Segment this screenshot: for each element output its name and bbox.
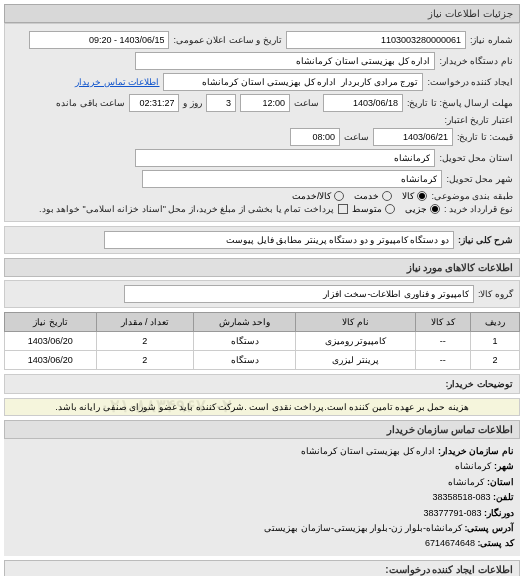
- days-label: روز و: [183, 98, 202, 108]
- th-qty: تعداد / مقدار: [96, 313, 193, 332]
- radio-icon: [382, 191, 392, 201]
- requester-input[interactable]: [163, 73, 423, 91]
- contact-section-title: اطلاعات تماس سازمان خریدار: [4, 420, 520, 439]
- remaining-input[interactable]: [129, 94, 179, 112]
- deadline-label: مهلت ارسال پاسخ: تا تاریخ:: [407, 98, 513, 108]
- c-address-label: آدرس پستی:: [465, 523, 515, 533]
- form-area: شماره نیاز: تاریخ و ساعت اعلان عمومی: نا…: [4, 23, 520, 222]
- public-date-input[interactable]: [29, 31, 169, 49]
- th-row: ردیف: [470, 313, 519, 332]
- requester-label: ایجاد کننده درخواست:: [427, 77, 513, 87]
- radio-icon: [334, 191, 344, 201]
- topic-mixed-radio[interactable]: کالا/خدمت: [292, 191, 345, 201]
- th-code: کد کالا: [415, 313, 470, 332]
- c-org-label: نام سازمان خریدار:: [438, 446, 514, 456]
- c-fax-label: دورنگار:: [484, 508, 514, 518]
- topic-radio-group: کالا خدمت کالا/خدمت: [292, 191, 428, 201]
- th-date: تاریخ نیاز: [5, 313, 97, 332]
- city-label: شهر محل تحویل:: [446, 174, 513, 184]
- deadline-date-input[interactable]: [323, 94, 403, 112]
- table-cell: 1: [470, 332, 519, 351]
- items-section-title: اطلاعات کالاهای مورد نیاز: [4, 258, 520, 277]
- contract-partial-text: جزیی: [405, 204, 427, 214]
- need-number-input[interactable]: [286, 31, 466, 49]
- time-label-1: ساعت: [294, 98, 319, 108]
- c-city: کرمانشاه: [448, 477, 484, 487]
- public-date-label: تاریخ و ساعت اعلان عمومی:: [173, 35, 282, 45]
- topic-mixed-text: کالا/خدمت: [292, 191, 332, 201]
- summary-input[interactable]: [104, 231, 454, 249]
- days-input[interactable]: [206, 94, 236, 112]
- c-address: کرمانشاه-بلوار زن-بلوار بهزیستی-سازمان ب…: [264, 523, 462, 533]
- c-postal: 6714674648: [425, 538, 475, 548]
- table-cell: 1403/06/20: [5, 351, 97, 370]
- table-cell: --: [415, 351, 470, 370]
- table-row: 1--کامپیوتر رومیزیدستگاه21403/06/20: [5, 332, 520, 351]
- th-unit: واحد شمارش: [193, 313, 295, 332]
- buyer-notes-label: توضیحات خریدار:: [446, 379, 514, 389]
- summary-label: شرح کلی نیاز:: [458, 235, 513, 245]
- radio-icon: [385, 204, 395, 214]
- topic-goods-text: کالا: [402, 191, 414, 201]
- contract-partial-radio[interactable]: جزیی: [405, 204, 440, 214]
- table-cell: پرینتر لیزری: [296, 351, 415, 370]
- group-label: گروه کالا:: [478, 289, 513, 299]
- valid-time-input[interactable]: [290, 128, 340, 146]
- topic-service-text: خدمت: [354, 191, 379, 201]
- contract-note: پرداخت تمام یا بخشی از مبلغ خرید،از محل …: [39, 204, 334, 214]
- remaining-label: ساعت باقی مانده: [56, 98, 125, 108]
- city-input[interactable]: [142, 170, 442, 188]
- th-name: نام کالا: [296, 313, 415, 332]
- c-phone-label: تلفن:: [493, 492, 514, 502]
- c-city-label: استان:: [487, 477, 514, 487]
- province-input[interactable]: [135, 149, 435, 167]
- c-fax: 083-38377791: [423, 508, 481, 518]
- table-cell: 2: [96, 351, 193, 370]
- c-province: کرمانشاه: [455, 461, 491, 471]
- buyer-notes: هزینه حمل بر عهده تامین کننده است.پرداخت…: [4, 398, 520, 416]
- contact-info: نام سازمان خریدار: اداره کل بهزیستی استا…: [4, 439, 520, 556]
- valid-date-input[interactable]: [373, 128, 453, 146]
- table-cell: کامپیوتر رومیزی: [296, 332, 415, 351]
- c-phone: 083-38358518: [432, 492, 490, 502]
- requester-section-title: اطلاعات ایجاد کننده درخواست:: [4, 560, 520, 576]
- topic-goods-radio[interactable]: کالا: [402, 191, 427, 201]
- province-label: استان محل تحویل:: [439, 153, 513, 163]
- topic-service-radio[interactable]: خدمت: [354, 191, 392, 201]
- table-cell: 2: [470, 351, 519, 370]
- contract-medium-text: متوسط: [352, 204, 382, 214]
- c-postal-label: کد پستی:: [478, 538, 515, 548]
- need-number-label: شماره نیاز:: [470, 35, 513, 45]
- c-province-label: شهر:: [494, 461, 514, 471]
- table-cell: 1403/06/20: [5, 332, 97, 351]
- buyer-org-input[interactable]: [135, 52, 435, 70]
- treasury-checkbox[interactable]: [338, 204, 348, 214]
- group-input[interactable]: [124, 285, 474, 303]
- radio-checked-icon: [417, 191, 427, 201]
- deadline-time-input[interactable]: [240, 94, 290, 112]
- topic-type-label: طبقه بندی موضوعی:: [431, 191, 513, 201]
- radio-checked-icon: [430, 204, 440, 214]
- contact-link[interactable]: اطلاعات تماس خریدار: [75, 77, 159, 87]
- table-cell: 2: [96, 332, 193, 351]
- valid-label: اعتبار تاریخ اعتبار:: [444, 115, 513, 125]
- time-label-2: ساعت: [344, 132, 369, 142]
- section-details-title: جزئیات اطلاعات نیاز: [4, 4, 520, 23]
- table-cell: دستگاه: [193, 351, 295, 370]
- table-cell: --: [415, 332, 470, 351]
- valid2-label: قیمت: تا تاریخ:: [457, 132, 513, 142]
- contract-type-label: نوع قرارداد خرید :: [444, 204, 513, 214]
- c-org: اداره کل بهزیستی استان کرمانشاه: [301, 446, 435, 456]
- table-cell: دستگاه: [193, 332, 295, 351]
- contract-medium-radio[interactable]: متوسط: [352, 204, 395, 214]
- table-row: 2--پرینتر لیزریدستگاه21403/06/20: [5, 351, 520, 370]
- items-table: ردیف کد کالا نام کالا واحد شمارش تعداد /…: [4, 312, 520, 370]
- buyer-org-label: نام دستگاه خریدار:: [439, 56, 513, 66]
- contract-radio-group: جزیی متوسط: [352, 204, 440, 214]
